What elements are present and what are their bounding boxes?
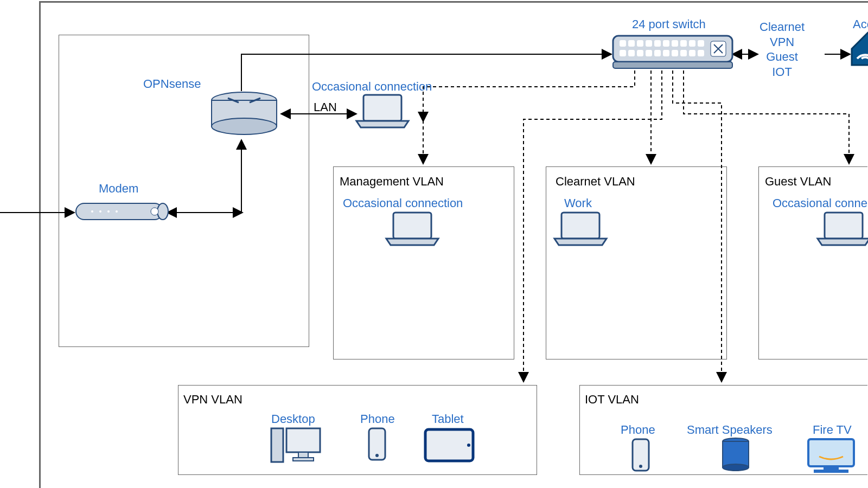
svg-point-55: [723, 464, 749, 471]
occasional-label: Occasional connection: [312, 80, 432, 94]
svg-rect-54: [723, 441, 749, 467]
guest-vlan-title: Guest VLAN: [765, 175, 831, 189]
vpn-phone-label: Phone: [360, 412, 395, 426]
tablet-icon: [425, 429, 473, 461]
svg-rect-41: [561, 213, 599, 239]
vpn-desktop-label: Desktop: [271, 412, 315, 426]
svg-rect-42: [825, 213, 863, 239]
network-diagram: { "nodes": { "opnsense": {"label":"OPNse…: [0, 0, 868, 488]
modem-icon: [76, 203, 168, 220]
laptop-icon: [554, 213, 607, 245]
svg-rect-33: [663, 50, 669, 56]
svg-point-15: [151, 208, 158, 215]
mgmt-device-label: Occasional connection: [343, 196, 463, 210]
svg-rect-37: [698, 50, 704, 56]
desktop-icon: [271, 428, 320, 462]
vpn-tablet-label: Tablet: [432, 412, 464, 426]
trunk-labels: Clearnet VPN Guest IOT: [760, 20, 805, 79]
acc-label: Access: [853, 17, 868, 31]
svg-rect-19: [628, 40, 635, 47]
svg-rect-58: [814, 470, 848, 473]
ap-icon: [852, 33, 868, 65]
svg-rect-43: [271, 428, 283, 462]
svg-rect-27: [698, 40, 704, 47]
svg-rect-49: [425, 429, 473, 461]
svg-rect-29: [628, 50, 635, 56]
svg-rect-31: [646, 50, 652, 56]
svg-rect-30: [637, 50, 643, 56]
tv-icon: [808, 439, 854, 473]
svg-rect-34: [672, 50, 678, 56]
svg-rect-25: [680, 40, 687, 47]
phone-icon: [369, 428, 385, 460]
svg-rect-44: [286, 428, 320, 452]
svg-point-48: [375, 454, 379, 457]
mgmt-vlan-title: Management VLAN: [340, 175, 444, 189]
svg-rect-17: [613, 62, 732, 68]
svg-rect-36: [689, 50, 695, 56]
iot-tv-label: Fire TV: [813, 423, 852, 437]
svg-point-14: [116, 210, 118, 213]
trunk-line: Guest: [760, 49, 805, 65]
svg-rect-24: [672, 40, 678, 47]
clearnet-vlan-title: Clearnet VLAN: [556, 175, 635, 189]
svg-rect-46: [293, 458, 314, 461]
switch-label: 24 port switch: [632, 17, 706, 31]
svg-rect-23: [663, 40, 669, 47]
svg-rect-20: [637, 40, 643, 47]
opnsense-label: OPNsense: [143, 77, 201, 91]
svg-point-12: [99, 210, 101, 213]
svg-rect-28: [620, 50, 626, 56]
svg-rect-9: [76, 203, 163, 220]
switch-icon: [613, 36, 732, 68]
svg-rect-18: [620, 40, 626, 47]
laptop-icon: [818, 213, 868, 245]
trunk-line: Clearnet: [760, 20, 805, 35]
guest-device-label: Occasional connection: [773, 196, 868, 210]
phone-icon: [633, 439, 649, 471]
iot-vlan-title: IOT VLAN: [585, 393, 639, 407]
svg-rect-40: [393, 213, 431, 239]
modem-label: Modem: [99, 182, 138, 196]
vpn-vlan-title: VPN VLAN: [183, 393, 242, 407]
svg-rect-35: [680, 50, 687, 56]
svg-point-8: [212, 118, 277, 134]
trunk-line: IOT: [760, 65, 805, 80]
speaker-icon: [723, 438, 749, 471]
svg-point-11: [91, 210, 93, 213]
svg-point-50: [467, 444, 470, 447]
svg-point-52: [639, 465, 642, 468]
svg-rect-57: [824, 466, 839, 470]
svg-point-13: [107, 210, 110, 213]
svg-rect-26: [689, 40, 695, 47]
svg-rect-22: [654, 40, 661, 47]
trunk-line: VPN: [760, 35, 805, 50]
svg-rect-45: [298, 452, 308, 458]
laptop-icon: [356, 95, 409, 127]
router-icon: [212, 92, 277, 134]
svg-rect-39: [363, 95, 401, 121]
svg-rect-21: [646, 40, 652, 47]
svg-rect-32: [654, 50, 661, 56]
svg-point-10: [157, 203, 168, 220]
iot-speaker-label: Smart Speakers: [687, 423, 773, 437]
laptop-icon: [386, 213, 438, 245]
lan-label: LAN: [314, 100, 337, 114]
iot-phone-label: Phone: [621, 423, 655, 437]
svg-rect-56: [808, 439, 854, 466]
clearnet-device-label: Work: [564, 196, 592, 210]
